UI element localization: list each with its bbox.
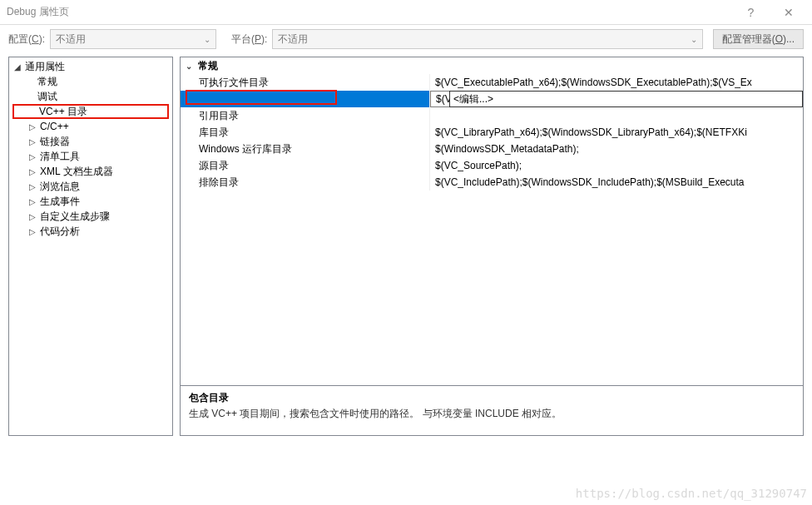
chevron-down-icon: ⌄ [204, 35, 210, 44]
platform-label: 平台(P): [231, 32, 267, 47]
expand-icon[interactable]: ▷ [27, 152, 37, 161]
chevron-down-icon: ⌄ [691, 35, 697, 44]
description-title: 包含目录 [189, 391, 795, 405]
tree-panel[interactable]: ◢ 通用属性 常规 调试 VC++ 目录 ▷C/C++ ▷链接器 ▷清单工具 ▷… [8, 57, 173, 436]
prop-row-librarydirs[interactable]: 库目录 $(VC_LibraryPath_x64);$(WindowsSDK_L… [181, 124, 803, 141]
description-panel: 包含目录 生成 VC++ 项目期间，搜索包含文件时使用的路径。 与环境变量 IN… [181, 385, 803, 435]
platform-dropdown[interactable]: 不适用 ⌄ [272, 29, 702, 49]
expand-icon[interactable]: ▷ [27, 227, 37, 236]
collapse-icon[interactable]: ⌄ [184, 62, 193, 71]
expand-icon[interactable]: ▷ [27, 167, 37, 176]
prop-value[interactable]: $(WindowsSDK_MetadataPath); [430, 141, 803, 157]
tree-item-debug[interactable]: 调试 [9, 89, 172, 104]
config-value: 不适用 [56, 32, 86, 47]
window-title: Debug 属性页 [5, 5, 732, 19]
tree-root[interactable]: ◢ 通用属性 [9, 59, 172, 74]
expand-icon[interactable]: ▷ [27, 182, 37, 191]
category-label: 常规 [198, 59, 218, 73]
expand-icon[interactable]: ▷ [27, 197, 37, 206]
property-category[interactable]: ⌄ 常规 [181, 57, 803, 74]
prop-value[interactable]: $(VC_SourcePath); [430, 157, 803, 174]
main-area: ◢ 通用属性 常规 调试 VC++ 目录 ▷C/C++ ▷链接器 ▷清单工具 ▷… [0, 53, 812, 436]
prop-value[interactable]: $(VC_ExecutablePath_x64);$(WindowsSDK_Ex… [430, 74, 803, 91]
prop-name: 源目录 [181, 157, 430, 174]
description-text: 生成 VC++ 项目期间，搜索包含文件时使用的路径。 与环境变量 INCLUDE… [189, 407, 795, 421]
prop-row-sourcedirs[interactable]: 源目录 $(VC_SourcePath); [181, 157, 803, 174]
titlebar: Debug 属性页 ? ✕ [0, 0, 812, 25]
expand-icon[interactable]: ▷ [27, 137, 37, 146]
prop-name: 引用目录 [181, 107, 430, 124]
help-button[interactable]: ? [732, 1, 770, 24]
property-panel: ⌄ 常规 可执行文件目录 $(VC_ExecutablePath_x64);$(… [180, 57, 804, 436]
expand-icon[interactable]: ▷ [27, 122, 37, 131]
prop-name: 包含目录 [181, 91, 430, 107]
prop-value[interactable]: $(VC_IncludePath);$(WindowsSDK_IncludePa… [430, 174, 803, 191]
tree-item-cpp[interactable]: ▷C/C++ [9, 119, 172, 134]
prop-row-winrtdirs[interactable]: Windows 运行库目录 $(WindowsSDK_MetadataPath)… [181, 141, 803, 157]
tree-item-manifest[interactable]: ▷清单工具 [9, 149, 172, 164]
watermark: https://blog.csdn.net/qq_31290747 [576, 487, 807, 500]
tree-item-codeanalysis[interactable]: ▷代码分析 [9, 224, 172, 239]
tree-item-browseinfo[interactable]: ▷浏览信息 [9, 179, 172, 194]
prop-name: Windows 运行库目录 [181, 141, 430, 157]
tree-item-vcdirs[interactable]: VC++ 目录 [12, 104, 169, 119]
edit-dropdown-item[interactable]: <编辑...> [449, 91, 803, 107]
config-label: 配置(C): [8, 32, 45, 47]
prop-name: 库目录 [181, 124, 430, 141]
tree-item-buildevents[interactable]: ▷生成事件 [9, 194, 172, 209]
prop-name: 排除目录 [181, 174, 430, 191]
prop-value[interactable] [430, 107, 803, 124]
tree-item-linker[interactable]: ▷链接器 [9, 134, 172, 149]
close-button[interactable]: ✕ [770, 1, 807, 24]
tree-root-label: 通用属性 [25, 60, 65, 74]
config-dropdown[interactable]: 不适用 ⌄ [50, 29, 216, 49]
prop-row-referencedirs[interactable]: 引用目录 [181, 107, 803, 124]
toolbar: 配置(C): 不适用 ⌄ 平台(P): 不适用 ⌄ 配置管理器(O)... [0, 25, 812, 53]
config-manager-button[interactable]: 配置管理器(O)... [713, 29, 804, 49]
tree-item-general[interactable]: 常规 [9, 74, 172, 89]
expand-icon[interactable]: ◢ [12, 62, 22, 72]
expand-icon[interactable]: ▷ [27, 212, 37, 221]
prop-row-executabledirs[interactable]: 可执行文件目录 $(VC_ExecutablePath_x64);$(Windo… [181, 74, 803, 91]
prop-name: 可执行文件目录 [181, 74, 430, 91]
platform-value: 不适用 [278, 32, 308, 47]
tree-item-custombuild[interactable]: ▷自定义生成步骤 [9, 209, 172, 224]
tree-item-xmldoc[interactable]: ▷XML 文档生成器 [9, 164, 172, 179]
prop-value[interactable]: $(VC_LibraryPath_x64);$(WindowsSDK_Libra… [430, 124, 803, 141]
property-grid[interactable]: ⌄ 常规 可执行文件目录 $(VC_ExecutablePath_x64);$(… [181, 57, 803, 385]
prop-row-excludedirs[interactable]: 排除目录 $(VC_IncludePath);$(WindowsSDK_Incl… [181, 174, 803, 191]
